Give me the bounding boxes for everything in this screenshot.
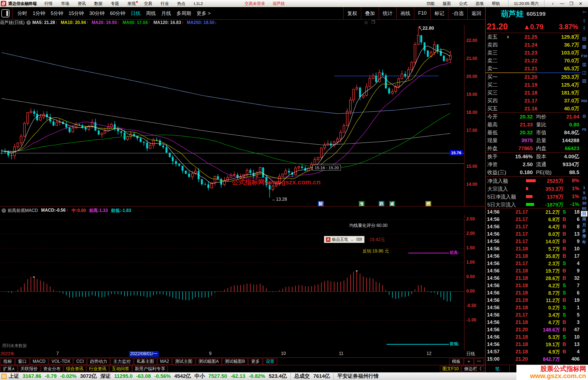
strip-period-3[interactable]: 30: [581, 200, 587, 206]
trade-row-12[interactable]: 14:5621.1911.2万B19: [486, 297, 581, 304]
extension-right-1[interactable]: 侧边栏《: [462, 366, 484, 372]
menu-item-right-3[interactable]: 选项: [476, 1, 484, 6]
stock-shortcut[interactable]: 葫芦娃: [272, 1, 285, 6]
queue-row-buy-0[interactable]: 买一21.20253.3万: [486, 73, 581, 81]
strip-period-0[interactable]: 1: [581, 185, 587, 190]
period-0[interactable]: 分时: [17, 10, 27, 17]
period-5[interactable]: 60分钟: [110, 10, 125, 17]
queue-row-sell-0[interactable]: 卖五¥21.25129.8万: [486, 33, 581, 41]
toolbar-action-1[interactable]: 叠加: [361, 7, 379, 19]
indicator-tab-11[interactable]: 测试幅图B: [222, 358, 248, 365]
detail-icon[interactable]: ▥: [582, 62, 586, 67]
strip-period-10[interactable]: 年: [581, 239, 587, 245]
quote-tab-0[interactable]: 笔: [486, 365, 510, 373]
strip-period-6[interactable]: 周: [581, 217, 587, 222]
grid-icon[interactable]: ▦: [582, 44, 586, 50]
extension-tab-0[interactable]: 扩展∧: [1, 366, 17, 372]
login-notice[interactable]: 交易未登录: [244, 1, 265, 6]
macd-chart[interactable]: [0, 214, 464, 350]
pattern-icon[interactable]: ▧: [582, 78, 586, 84]
hot-tag-2[interactable]: 跌: [379, 201, 384, 207]
period-7[interactable]: 周线: [146, 10, 156, 17]
strip-period-5[interactable]: 日: [581, 211, 587, 217]
trade-row-14[interactable]: 14:5621.173.4万S5: [486, 311, 581, 319]
trade-row-10[interactable]: 14:5621.184.2万S7: [486, 282, 581, 289]
toolbar-action-6[interactable]: -自选: [448, 7, 467, 19]
indicator-tab-13[interactable]: 设置: [263, 358, 277, 365]
toolbar-action-5[interactable]: 标记: [430, 7, 448, 19]
menu-item-right-0[interactable]: 功能: [427, 1, 435, 6]
trade-row-20[interactable]: 15:0021.20842.7万406: [486, 355, 581, 363]
menu-item-8[interactable]: 热点: [177, 1, 185, 6]
f10-button[interactable]: F10: [581, 54, 587, 58]
strip-period-2[interactable]: 15: [581, 195, 587, 200]
extension-tab-6[interactable]: 新用户福利专享: [132, 366, 168, 372]
trade-row-6[interactable]: 14:5621.1835.8万B17: [486, 253, 581, 260]
trade-row-2[interactable]: 14:5621.174.4万B8: [486, 223, 581, 230]
queue-row-buy-1[interactable]: 买二21.19125.4万: [486, 81, 581, 89]
period-9[interactable]: 多周期: [176, 10, 191, 17]
menu-item-4[interactable]: 专题: [111, 1, 119, 6]
queue-row-buy-2[interactable]: 买三21.18181.9万: [486, 89, 581, 97]
trade-row-11[interactable]: 14:5621.188.7万S6: [486, 289, 581, 297]
queue-row-sell-3[interactable]: 卖二21.2270.0万: [486, 57, 581, 65]
indicator-tab-8[interactable]: MA2: [157, 358, 172, 364]
trade-row-17[interactable]: 14:5621.185.3万S10: [486, 333, 581, 341]
trade-row-18[interactable]: 14:5621.1819.1万B13: [486, 341, 581, 348]
report-icon[interactable]: ▤: [582, 36, 586, 41]
period-2[interactable]: 5分钟: [51, 10, 63, 17]
ime-mode-icon[interactable]: A: [326, 237, 330, 242]
menu-item-9[interactable]: L1L2: [194, 1, 203, 6]
trade-row-5[interactable]: 14:5621.185.7万B10: [486, 245, 581, 253]
trade-row-0[interactable]: 14:5621.1721.2万S18: [486, 208, 581, 216]
trade-row-9[interactable]: 14:5621.1828.6万B32: [486, 275, 581, 282]
period-6[interactable]: 日线: [131, 10, 140, 17]
pane-icon-1[interactable]: ❐: [372, 20, 379, 25]
indicator-tab-9[interactable]: 测试主图: [172, 358, 195, 365]
restore-icon[interactable]: ❐: [567, 1, 576, 6]
queue-row-sell-1[interactable]: 卖四21.2436.7万: [486, 41, 581, 49]
trade-row-3[interactable]: 14:5621.178.0万B13: [486, 230, 581, 238]
up-arrow-icon[interactable]: ⇧: [582, 19, 586, 24]
hot-tag-1[interactable]: 涨: [359, 201, 365, 207]
close-icon[interactable]: ✕: [576, 1, 585, 6]
period-3[interactable]: 15分钟: [69, 10, 84, 17]
template-button-2[interactable]: 一: [474, 358, 484, 365]
menu-item-right-1[interactable]: 版面: [443, 1, 451, 6]
extension-tab-4[interactable]: 行业资讯: [87, 366, 109, 372]
toolbar-action-2[interactable]: 统计: [379, 7, 396, 19]
indicator-tab-1[interactable]: 窗口: [15, 358, 29, 365]
menu-item-2[interactable]: 资讯: [78, 1, 86, 6]
menu-item-6[interactable]: 交易: [144, 1, 152, 6]
indicator-tab-7[interactable]: 私募主图: [134, 358, 157, 365]
menu-item-3[interactable]: 数据: [94, 1, 102, 6]
strip-period-7[interactable]: 月: [581, 222, 587, 228]
menu-item-7[interactable]: 行业: [161, 1, 169, 6]
indicator-tab-4[interactable]: CCI: [74, 358, 87, 364]
trade-row-13[interactable]: 14:5621.180.2万S1: [486, 304, 581, 311]
indicator-tab-0[interactable]: 指标: [1, 358, 15, 365]
settings-gear-icon[interactable]: ⚙: [582, 114, 586, 119]
menu-item-right-4[interactable]: 帮助: [492, 1, 500, 6]
split-icon[interactable]: ◫: [582, 70, 586, 75]
indicator-tab-6[interactable]: 主力监控: [111, 358, 133, 365]
queue-row-buy-4[interactable]: 买五21.1640.0万: [486, 105, 581, 113]
hot-tag-4[interactable]: 榜: [425, 201, 431, 207]
period-4[interactable]: 30分钟: [89, 10, 105, 17]
toolbar-action-4[interactable]: F10: [414, 7, 430, 19]
menu-item-right-2[interactable]: 公式: [459, 1, 467, 6]
period-8[interactable]: 月线: [161, 10, 171, 17]
strip-period-9[interactable]: 季: [581, 234, 587, 239]
template-button-1[interactable]: ＋: [464, 358, 474, 365]
indicator-tab-10[interactable]: 测试幅图A: [196, 358, 222, 365]
indicator-tab-5[interactable]: 趋势动力: [87, 358, 110, 365]
indicator-tab-12[interactable]: 更多: [248, 358, 262, 365]
strip-period-4[interactable]: 60: [581, 206, 587, 211]
extension-tab-5[interactable]: 互动问答: [109, 366, 132, 372]
down-arrow-icon[interactable]: ⇩: [582, 26, 586, 31]
rsi-button[interactable]: RSI: [581, 99, 587, 103]
strip-period-1[interactable]: 5: [581, 190, 587, 195]
ime-toolbar[interactable]: A 极品五笔 ⌄·⌨: [324, 236, 365, 243]
trade-row-16[interactable]: 14:5621.20148.6万B47: [486, 326, 581, 333]
period-10[interactable]: 更多 >: [197, 10, 211, 17]
